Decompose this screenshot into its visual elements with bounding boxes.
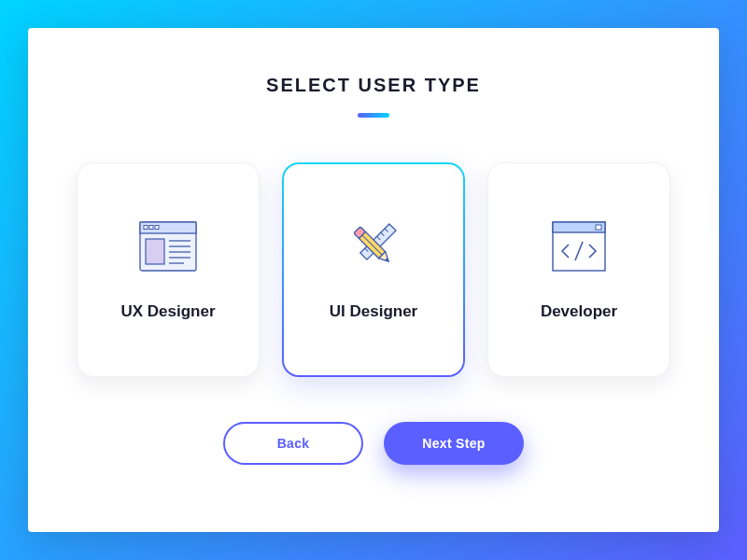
option-ux-designer[interactable]: UX Designer bbox=[77, 162, 260, 377]
option-developer[interactable]: Developer bbox=[487, 162, 670, 377]
svg-rect-5 bbox=[146, 239, 164, 264]
code-window-icon bbox=[546, 218, 612, 274]
title-underline bbox=[358, 113, 389, 118]
svg-rect-2 bbox=[144, 226, 148, 230]
button-row: Back Next Step bbox=[223, 422, 524, 465]
option-cards: UX Designer bbox=[77, 162, 670, 377]
option-label: Developer bbox=[541, 302, 617, 321]
user-type-panel: SELECT USER TYPE UX Designer bbox=[28, 28, 719, 532]
svg-rect-3 bbox=[149, 226, 153, 230]
option-label: UX Designer bbox=[120, 302, 215, 321]
next-step-button[interactable]: Next Step bbox=[384, 422, 524, 465]
svg-rect-25 bbox=[596, 225, 601, 230]
svg-rect-1 bbox=[140, 222, 196, 233]
pencil-ruler-icon bbox=[341, 218, 406, 274]
page-title: SELECT USER TYPE bbox=[266, 75, 481, 96]
option-ui-designer[interactable]: UI Designer bbox=[282, 162, 465, 377]
wireframe-icon bbox=[135, 218, 201, 274]
svg-rect-4 bbox=[155, 226, 159, 230]
back-button[interactable]: Back bbox=[223, 422, 363, 465]
option-label: UI Designer bbox=[330, 302, 417, 321]
